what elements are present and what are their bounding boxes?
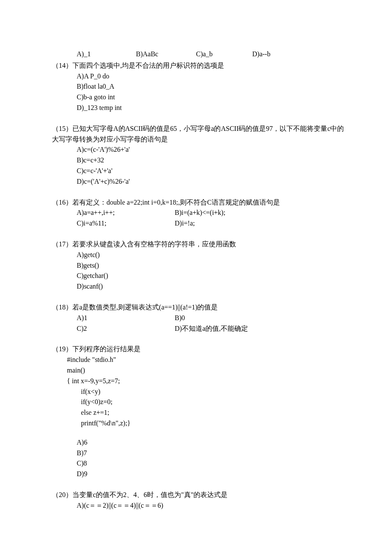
q17-opt-a: A)getc() — [52, 250, 345, 260]
question-13-options: A)_1 B)AaBc C)a_b D)a--b — [52, 49, 345, 60]
question-20: （20）当变量c的值不为2、4、6时，值也为"真"的表达式是 A)(c＝＝2)|… — [52, 490, 345, 511]
q18-opt-a: A)1 — [77, 313, 175, 324]
q19-code-l7: printf("%d\n",z);} — [52, 418, 345, 429]
q19-code-l6: else z+=1; — [52, 408, 345, 418]
q18-opt-b: B)0 — [175, 313, 345, 324]
q14-opt-c: C)b-a goto int — [52, 92, 345, 103]
q15-opt-a: A)c=(c-'A')%26+'a' — [52, 145, 345, 155]
question-17: （17）若要求从键盘读入含有空格字符的字符串，应使用函数 A)getc() B)… — [52, 239, 345, 292]
q15-opt-b: B)c=c+32 — [52, 155, 345, 166]
q19-code-l3: { int x=-9,y=5,z=7; — [52, 376, 345, 387]
q14-opt-b: B)float la0_A — [52, 81, 345, 92]
q17-opt-c: C)getchar() — [52, 271, 345, 281]
q13-opt-a: A)_1 — [77, 49, 134, 60]
q20-opt-a: A)(c＝＝2)||(c＝＝4)||(c＝＝6) — [52, 500, 345, 511]
q16-opt-c: C)i=a%11; — [77, 218, 175, 229]
question-15: （15）已知大写字母A的ASCII码的值是65，小写字母a的ASCII码的值是9… — [52, 124, 345, 187]
q16-stem: （16）若有定义：double a=22;int i=0,k=18;,则不符合C… — [52, 197, 345, 208]
q19-code-l1: #include "stdio.h" — [52, 355, 345, 365]
q17-opt-b: B)gets() — [52, 260, 345, 271]
q17-opt-d: D)scanf() — [52, 281, 345, 292]
q14-stem: （14）下面四个选项中,均是不合法的用户标识符的选项是 — [52, 61, 345, 71]
q14-opt-d: D)_123 temp int — [52, 103, 345, 113]
q13-opt-b: B)AaBc — [136, 49, 194, 60]
q19-opt-d: D)9 — [52, 469, 345, 480]
q19-code-l2: main() — [52, 365, 345, 376]
q19-stem: （19）下列程序的运行结果是 — [52, 344, 345, 355]
q15-opt-d: D)c=('A'+c)%26-'a' — [52, 176, 345, 187]
q16-opt-d: D)i=!a; — [175, 218, 345, 229]
q20-stem: （20）当变量c的值不为2、4、6时，值也为"真"的表达式是 — [52, 490, 345, 500]
q18-opt-d: D)不知道a的值,不能确定 — [175, 324, 345, 334]
q13-opt-d: D)a--b — [252, 49, 271, 60]
q19-opt-b: B)7 — [52, 448, 345, 459]
question-16: （16）若有定义：double a=22;int i=0,k=18;,则不符合C… — [52, 197, 345, 229]
q15-opt-c: C)c=c-'A'+'a' — [52, 166, 345, 176]
q15-stem: （15）已知大写字母A的ASCII码的值是65，小写字母a的ASCII码的值是9… — [52, 124, 345, 145]
q18-opt-c: C)2 — [77, 324, 175, 334]
q19-opt-c: C)8 — [52, 458, 345, 469]
q16-opt-a: A)a=a++,i++; — [77, 208, 175, 218]
q19-opt-a: A)6 — [52, 437, 345, 448]
question-14: （14）下面四个选项中,均是不合法的用户标识符的选项是 A)A P_0 do B… — [52, 61, 345, 113]
q14-opt-a: A)A P_0 do — [52, 71, 345, 82]
q18-stem: （18）若a是数值类型,则逻辑表达式(a==1)||(a!=1)的值是 — [52, 302, 345, 313]
question-18: （18）若a是数值类型,则逻辑表达式(a==1)||(a!=1)的值是 A)1 … — [52, 302, 345, 334]
document-page: A)_1 B)AaBc C)a_b D)a--b （14）下面四个选项中,均是不… — [0, 0, 392, 538]
q16-opt-b: B)i=(a+k)<=(i+k); — [175, 208, 345, 218]
q17-stem: （17）若要求从键盘读入含有空格字符的字符串，应使用函数 — [52, 239, 345, 250]
q13-opt-c: C)a_b — [196, 49, 251, 60]
question-19: （19）下列程序的运行结果是 #include "stdio.h" main()… — [52, 344, 345, 480]
q19-code-l4: if(x<y) — [52, 387, 345, 397]
q19-code-l5: if(y<0)z=0; — [52, 397, 345, 408]
